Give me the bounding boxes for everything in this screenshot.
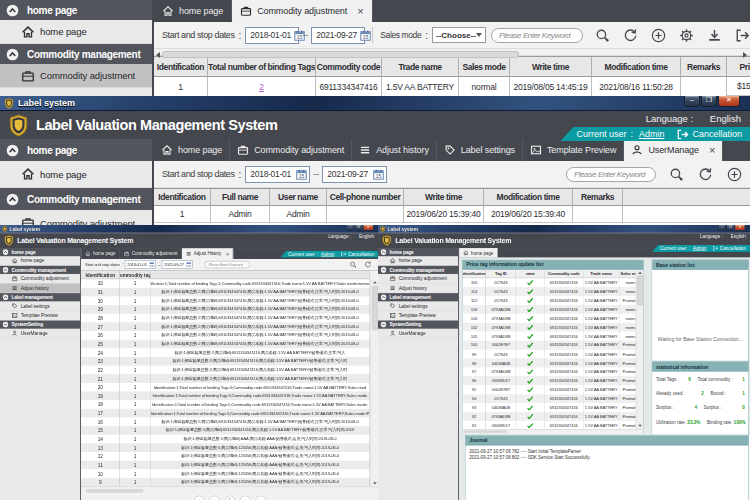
- col-identification[interactable]: Identification: [462, 270, 486, 279]
- col-sales-mode[interactable]: Sales mode: [619, 270, 635, 279]
- tab[interactable]: Commodity adjustment: [120, 248, 182, 259]
- tab[interactable]: home page: [154, 139, 230, 161]
- table-row[interactable]: 25 1 标识:1;绑定标签总数:2;商品编码:6911334347416;商品…: [81, 340, 370, 349]
- table-row[interactable]: 19 1 Identification:1;Total number of bi…: [81, 392, 370, 401]
- tab[interactable]: UserManage ×: [624, 139, 723, 161]
- table-row[interactable]: 98 04036A0B 6911334347416 1.5V AA BATTER…: [462, 359, 635, 368]
- search-button[interactable]: [349, 261, 356, 268]
- col-trade-name[interactable]: Trade name: [382, 57, 459, 77]
- table-row[interactable]: 23 1 标识:1;绑定标签总数:2;商品编码:6911334347416;商品…: [81, 357, 370, 366]
- sidebar-item[interactable]: Adjust history: [378, 284, 458, 294]
- cancellation-button[interactable]: Cancellation: [692, 129, 742, 139]
- minimize-button[interactable]: –: [347, 225, 355, 231]
- current-user-name[interactable]: Admin: [693, 246, 707, 251]
- table-row[interactable]: 14 1 标识:1;绑定标签总数:5;商品编码:AAA;商品名称:AAA;销售模…: [81, 435, 370, 444]
- window-titlebar[interactable]: Label system – ❐ ✕: [378, 225, 750, 233]
- tab[interactable]: Adjust history: [352, 139, 437, 161]
- minimize-button[interactable]: –: [718, 225, 726, 231]
- sidebar-section-header[interactable]: SystemSetting: [378, 321, 458, 329]
- sidebar-item[interactable]: Commodity adjustment: [0, 64, 152, 88]
- sidebar-item[interactable]: home page: [378, 256, 458, 266]
- table-row[interactable]: 16 1 标识:1;绑定标签总数:5;商品编码:6911334347416;商品…: [81, 417, 370, 426]
- table-row[interactable]: 13 1 标识:1;绑定标签总数:5;商品编码:123456;商品名称:AAA;…: [81, 443, 370, 452]
- sidebar-section-header[interactable]: SystemSetting: [0, 321, 80, 329]
- tab[interactable]: home page: [81, 248, 120, 259]
- sidebar-item[interactable]: Adjust history: [0, 284, 80, 294]
- sidebar-item[interactable]: Commodity adjustment: [378, 274, 458, 284]
- table-row[interactable]: 22 1 标识:1;绑定标签总数:2;商品编码:6911334347416;商品…: [81, 366, 370, 375]
- table-row[interactable]: 9 1 标识:1;绑定标签总数:5;商品编码:123456;商品名称:AAA;销…: [81, 478, 370, 487]
- tab[interactable]: Commodity adjustment: [230, 139, 352, 161]
- col-modification-time[interactable]: Modification time: [592, 57, 681, 77]
- table-row[interactable]: 18 1 Identification:1;Total number of bi…: [81, 400, 370, 409]
- table-row[interactable]: 114 017943 6911334347416 1.5V AA BATTERY…: [462, 287, 635, 296]
- refresh-button[interactable]: [698, 167, 713, 182]
- close-button[interactable]: ✕: [363, 225, 374, 231]
- language-value[interactable]: English: [731, 234, 746, 239]
- sidebar-section-header[interactable]: home page: [0, 0, 152, 20]
- scroll-down-arrow[interactable]: [373, 482, 377, 484]
- col-remarks[interactable]: Remarks: [573, 189, 623, 206]
- sidebar-item[interactable]: home page: [0, 20, 152, 44]
- tab[interactable]: Adjust History ×: [182, 248, 234, 259]
- tab-close-icon[interactable]: ×: [226, 251, 229, 257]
- sidebar-section-header[interactable]: home page: [0, 248, 80, 256]
- col-write-time[interactable]: Write time: [404, 189, 484, 206]
- table-row[interactable]: 28 1 标识:1;绑定标签总数:2;商品编码:6911334347416;商品…: [81, 314, 370, 323]
- language-value[interactable]: English: [710, 113, 741, 124]
- date-from-input[interactable]: 2018-01-01: [245, 27, 299, 44]
- sidebar-section-header[interactable]: Commodity management: [378, 266, 458, 274]
- date-from-input[interactable]: 2018-01-01: [245, 166, 310, 183]
- calendar-icon[interactable]: [360, 30, 371, 41]
- sidebar-item[interactable]: UserManage: [0, 329, 80, 339]
- tab[interactable]: home page: [154, 0, 232, 22]
- window-titlebar[interactable]: Label system – ❐ ✕: [0, 96, 750, 111]
- close-button[interactable]: ✕: [718, 96, 740, 107]
- sidebar-section-header[interactable]: Commodity management: [0, 44, 152, 64]
- table-row[interactable]: 95 0002E7E7 6911334347416 1.5V AA BATTER…: [462, 385, 635, 394]
- col-state[interactable]: state: [516, 270, 544, 279]
- pagination-next-button[interactable]: ›: [240, 496, 251, 500]
- table-row[interactable]: 20 1 Identification:1;Total number of bi…: [81, 383, 370, 392]
- sidebar-item[interactable]: Template Preview: [0, 311, 80, 321]
- col-cell-phone[interactable]: Cell-phone number: [327, 189, 404, 206]
- table-row[interactable]: 94 017943 6911334347416 1.5V AA BATTERY …: [462, 394, 635, 403]
- tab[interactable]: Label settings: [437, 139, 523, 161]
- scroll-right-arrow[interactable]: [743, 52, 747, 58]
- table-row[interactable]: 11 1 标识:1;绑定标签总数:5;商品编码:123456;商品名称:AAA;…: [81, 461, 370, 470]
- maximize-button[interactable]: ❐: [355, 225, 363, 231]
- search-input[interactable]: [491, 28, 583, 43]
- scroll-down-arrow[interactable]: [638, 425, 642, 427]
- horizontal-scrollbar[interactable]: [154, 49, 750, 56]
- export-button[interactable]: [735, 28, 750, 43]
- table-row[interactable]: 15 1 标识:1;绑定标签总数:5;商品编码:6911334347416;商品…: [81, 426, 370, 435]
- sidebar-section-header[interactable]: home page: [378, 248, 458, 256]
- date-from-input[interactable]: 2018-01-01: [125, 261, 156, 269]
- col-identification[interactable]: Identification: [81, 271, 120, 279]
- sidebar-section-header[interactable]: Commodity management: [0, 188, 152, 210]
- language-value[interactable]: English: [359, 234, 374, 239]
- table-row[interactable]: 1 2 6911334347416 1.5V AA BATTERY normal…: [154, 77, 750, 97]
- refresh-button[interactable]: [623, 28, 638, 43]
- language-selector[interactable]: Language : English: [328, 234, 374, 239]
- table-row[interactable]: 12 1 标识:1;绑定标签总数:5;商品编码:123456;商品名称:AAA;…: [81, 452, 370, 461]
- scrollbar-thumb[interactable]: [637, 275, 643, 305]
- language-selector[interactable]: Language : English: [646, 113, 741, 124]
- add-button[interactable]: [727, 167, 742, 182]
- current-user-name[interactable]: Admin: [639, 129, 665, 139]
- calendar-icon[interactable]: [296, 169, 307, 180]
- vertical-scrollbar[interactable]: [371, 279, 378, 486]
- sidebar-item[interactable]: Label settings: [378, 301, 458, 311]
- sidebar-item[interactable]: Template Preview: [378, 311, 458, 321]
- table-row[interactable]: 10 1 标识:1;绑定标签总数:5;商品编码:123456;商品名称:AAA;…: [81, 469, 370, 478]
- cancellation-button[interactable]: Cancellation: [720, 246, 746, 251]
- maximize-button[interactable]: ❐: [701, 96, 717, 107]
- col-trade-name[interactable]: Trade name: [583, 270, 619, 279]
- search-button[interactable]: [595, 28, 610, 43]
- col-write-time[interactable]: Write time: [510, 57, 592, 77]
- scroll-up-arrow[interactable]: [373, 281, 377, 283]
- window-titlebar[interactable]: Label system – ❐ ✕: [0, 225, 378, 233]
- calendar-icon[interactable]: [149, 262, 154, 267]
- table-row[interactable]: 100 0002E7E7 6911334347416 1.5V AA BATTE…: [462, 341, 635, 350]
- horizontal-scrollbar[interactable]: [462, 429, 643, 434]
